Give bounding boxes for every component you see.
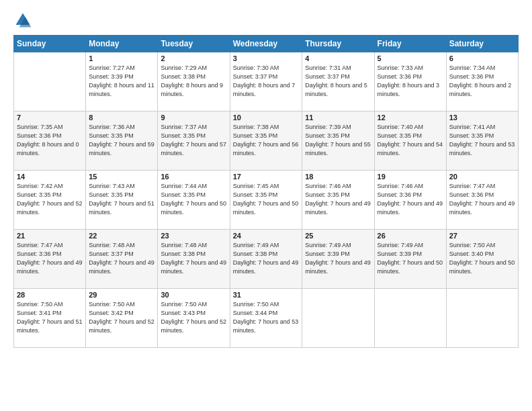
calendar-cell: 3Sunrise: 7:30 AMSunset: 3:37 PMDaylight… xyxy=(230,52,302,111)
cell-info: Sunrise: 7:35 AMSunset: 3:36 PMDaylight:… xyxy=(17,123,83,158)
weekday-header-friday: Friday xyxy=(374,36,446,52)
day-number: 28 xyxy=(17,291,83,299)
cell-info: Sunrise: 7:37 AMSunset: 3:35 PMDaylight:… xyxy=(161,123,226,158)
day-number: 6 xyxy=(449,54,515,62)
day-number: 16 xyxy=(161,173,226,181)
calendar-cell: 16Sunrise: 7:44 AMSunset: 3:35 PMDayligh… xyxy=(158,171,230,230)
cell-info: Sunrise: 7:49 AMSunset: 3:39 PMDaylight:… xyxy=(305,241,371,276)
cell-info: Sunrise: 7:40 AMSunset: 3:35 PMDaylight:… xyxy=(378,123,443,158)
header xyxy=(13,11,519,30)
weekday-header-sunday: Sunday xyxy=(14,36,86,52)
day-number: 31 xyxy=(233,291,300,299)
cell-info: Sunrise: 7:47 AMSunset: 3:36 PMDaylight:… xyxy=(17,241,83,276)
calendar-cell: 5Sunrise: 7:33 AMSunset: 3:36 PMDaylight… xyxy=(374,52,446,111)
day-number: 8 xyxy=(89,113,154,122)
calendar-cell: 26Sunrise: 7:49 AMSunset: 3:39 PMDayligh… xyxy=(374,230,446,289)
calendar-cell xyxy=(14,52,86,111)
calendar-week-2: 7Sunrise: 7:35 AMSunset: 3:36 PMDaylight… xyxy=(14,111,519,171)
cell-info: Sunrise: 7:29 AMSunset: 3:38 PMDaylight:… xyxy=(161,64,226,99)
calendar-cell: 8Sunrise: 7:36 AMSunset: 3:35 PMDaylight… xyxy=(86,111,158,171)
calendar-cell: 24Sunrise: 7:49 AMSunset: 3:38 PMDayligh… xyxy=(230,230,302,289)
calendar-cell: 20Sunrise: 7:47 AMSunset: 3:36 PMDayligh… xyxy=(446,171,518,230)
day-number: 24 xyxy=(233,232,300,240)
calendar-cell: 2Sunrise: 7:29 AMSunset: 3:38 PMDaylight… xyxy=(158,52,230,111)
weekday-header-row: SundayMondayTuesdayWednesdayThursdayFrid… xyxy=(14,36,519,52)
day-number: 29 xyxy=(89,291,154,299)
weekday-header-wednesday: Wednesday xyxy=(230,36,302,52)
calendar-cell: 9Sunrise: 7:37 AMSunset: 3:35 PMDaylight… xyxy=(158,111,230,171)
day-number: 10 xyxy=(233,113,300,122)
calendar-week-5: 28Sunrise: 7:50 AMSunset: 3:41 PMDayligh… xyxy=(14,289,519,348)
cell-info: Sunrise: 7:46 AMSunset: 3:35 PMDaylight:… xyxy=(305,182,371,217)
day-number: 4 xyxy=(305,54,371,62)
calendar-cell xyxy=(374,289,446,348)
cell-info: Sunrise: 7:33 AMSunset: 3:36 PMDaylight:… xyxy=(378,64,443,99)
calendar-cell: 23Sunrise: 7:48 AMSunset: 3:38 PMDayligh… xyxy=(158,230,230,289)
weekday-header-saturday: Saturday xyxy=(446,36,518,52)
day-number: 2 xyxy=(161,54,226,62)
weekday-header-thursday: Thursday xyxy=(302,36,374,52)
day-number: 3 xyxy=(233,54,300,62)
day-number: 12 xyxy=(378,113,443,122)
cell-info: Sunrise: 7:50 AMSunset: 3:41 PMDaylight:… xyxy=(17,300,83,335)
calendar-cell: 1Sunrise: 7:27 AMSunset: 3:39 PMDaylight… xyxy=(86,52,158,111)
calendar-week-4: 21Sunrise: 7:47 AMSunset: 3:36 PMDayligh… xyxy=(14,230,519,289)
cell-info: Sunrise: 7:43 AMSunset: 3:35 PMDaylight:… xyxy=(89,182,154,217)
calendar-cell xyxy=(446,289,518,348)
weekday-header-tuesday: Tuesday xyxy=(158,36,230,52)
calendar-cell: 7Sunrise: 7:35 AMSunset: 3:36 PMDaylight… xyxy=(14,111,86,171)
cell-info: Sunrise: 7:45 AMSunset: 3:35 PMDaylight:… xyxy=(233,182,300,217)
cell-info: Sunrise: 7:42 AMSunset: 3:35 PMDaylight:… xyxy=(17,182,83,217)
calendar-cell: 27Sunrise: 7:50 AMSunset: 3:40 PMDayligh… xyxy=(446,230,518,289)
cell-info: Sunrise: 7:34 AMSunset: 3:36 PMDaylight:… xyxy=(449,64,515,99)
calendar-week-1: 1Sunrise: 7:27 AMSunset: 3:39 PMDaylight… xyxy=(14,52,519,111)
cell-info: Sunrise: 7:46 AMSunset: 3:36 PMDaylight:… xyxy=(378,182,443,217)
day-number: 23 xyxy=(161,232,226,240)
calendar-cell: 30Sunrise: 7:50 AMSunset: 3:43 PMDayligh… xyxy=(158,289,230,348)
cell-info: Sunrise: 7:50 AMSunset: 3:42 PMDaylight:… xyxy=(89,300,154,335)
cell-info: Sunrise: 7:47 AMSunset: 3:36 PMDaylight:… xyxy=(449,182,515,217)
day-number: 17 xyxy=(233,173,300,181)
day-number: 15 xyxy=(89,173,154,181)
calendar-cell: 15Sunrise: 7:43 AMSunset: 3:35 PMDayligh… xyxy=(86,171,158,230)
cell-info: Sunrise: 7:50 AMSunset: 3:40 PMDaylight:… xyxy=(449,241,515,276)
cell-info: Sunrise: 7:44 AMSunset: 3:35 PMDaylight:… xyxy=(161,182,226,217)
calendar-cell: 25Sunrise: 7:49 AMSunset: 3:39 PMDayligh… xyxy=(302,230,374,289)
calendar-cell: 17Sunrise: 7:45 AMSunset: 3:35 PMDayligh… xyxy=(230,171,302,230)
day-number: 5 xyxy=(378,54,443,62)
day-number: 18 xyxy=(305,173,371,181)
calendar-cell: 6Sunrise: 7:34 AMSunset: 3:36 PMDaylight… xyxy=(446,52,518,111)
calendar-cell: 10Sunrise: 7:38 AMSunset: 3:35 PMDayligh… xyxy=(230,111,302,171)
cell-info: Sunrise: 7:41 AMSunset: 3:35 PMDaylight:… xyxy=(449,123,515,158)
day-number: 26 xyxy=(378,232,443,240)
logo xyxy=(13,11,35,30)
cell-info: Sunrise: 7:38 AMSunset: 3:35 PMDaylight:… xyxy=(233,123,300,158)
weekday-header-monday: Monday xyxy=(86,36,158,52)
calendar-cell: 22Sunrise: 7:48 AMSunset: 3:37 PMDayligh… xyxy=(86,230,158,289)
cell-info: Sunrise: 7:49 AMSunset: 3:38 PMDaylight:… xyxy=(233,241,300,276)
cell-info: Sunrise: 7:30 AMSunset: 3:37 PMDaylight:… xyxy=(233,64,300,99)
cell-info: Sunrise: 7:39 AMSunset: 3:35 PMDaylight:… xyxy=(305,123,371,158)
day-number: 9 xyxy=(161,113,226,122)
calendar-cell: 29Sunrise: 7:50 AMSunset: 3:42 PMDayligh… xyxy=(86,289,158,348)
logo-icon xyxy=(13,11,32,30)
cell-info: Sunrise: 7:27 AMSunset: 3:39 PMDaylight:… xyxy=(89,64,154,99)
day-number: 25 xyxy=(305,232,371,240)
day-number: 14 xyxy=(17,173,83,181)
calendar-cell xyxy=(302,289,374,348)
calendar-cell: 19Sunrise: 7:46 AMSunset: 3:36 PMDayligh… xyxy=(374,171,446,230)
calendar-cell: 18Sunrise: 7:46 AMSunset: 3:35 PMDayligh… xyxy=(302,171,374,230)
calendar-cell: 21Sunrise: 7:47 AMSunset: 3:36 PMDayligh… xyxy=(14,230,86,289)
day-number: 22 xyxy=(89,232,154,240)
cell-info: Sunrise: 7:50 AMSunset: 3:43 PMDaylight:… xyxy=(161,300,226,335)
day-number: 11 xyxy=(305,113,371,122)
calendar-cell: 28Sunrise: 7:50 AMSunset: 3:41 PMDayligh… xyxy=(14,289,86,348)
calendar-cell: 13Sunrise: 7:41 AMSunset: 3:35 PMDayligh… xyxy=(446,111,518,171)
calendar-week-3: 14Sunrise: 7:42 AMSunset: 3:35 PMDayligh… xyxy=(14,171,519,230)
calendar-cell: 31Sunrise: 7:50 AMSunset: 3:44 PMDayligh… xyxy=(230,289,302,348)
day-number: 19 xyxy=(378,173,443,181)
calendar-cell: 4Sunrise: 7:31 AMSunset: 3:37 PMDaylight… xyxy=(302,52,374,111)
calendar-cell: 14Sunrise: 7:42 AMSunset: 3:35 PMDayligh… xyxy=(14,171,86,230)
calendar-cell: 11Sunrise: 7:39 AMSunset: 3:35 PMDayligh… xyxy=(302,111,374,171)
day-number: 1 xyxy=(89,54,154,62)
